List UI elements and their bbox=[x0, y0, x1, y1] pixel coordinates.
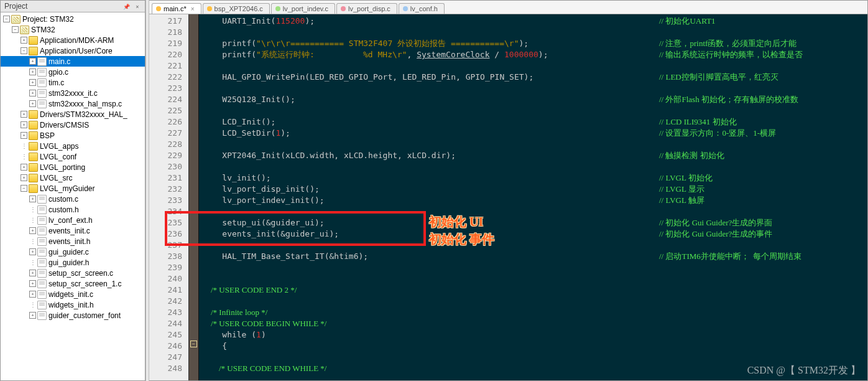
tree-file-guih[interactable]: ⋮gui_guider.h bbox=[1, 257, 145, 268]
tree-file-customh[interactable]: ⋮custom.h bbox=[1, 204, 145, 215]
folder-icon bbox=[29, 131, 38, 140]
tree-file-main[interactable]: +main.c bbox=[1, 56, 145, 67]
tree-group-lvglport[interactable]: +LVGL_porting bbox=[1, 162, 145, 172]
tree-file-widh[interactable]: ⋮widgets_init.h bbox=[1, 299, 145, 310]
folder-icon bbox=[29, 153, 38, 161]
target-icon bbox=[20, 26, 29, 34]
tree-file-gcf[interactable]: +guider_customer_font bbox=[1, 310, 145, 321]
tree-group-hal[interactable]: +Drivers/STM32xxxx_HAL_ bbox=[1, 109, 145, 120]
tree-group-lvglapps[interactable]: ⋮LVGL_apps bbox=[1, 141, 145, 151]
file-icon bbox=[37, 311, 47, 320]
folder-icon bbox=[29, 184, 38, 193]
tree-file-scr1[interactable]: +setup_scr_screen_1.c bbox=[1, 278, 145, 289]
tab-lvconf[interactable]: lv_conf.h bbox=[399, 3, 445, 14]
project-tree[interactable]: −Project: STM32 −STM32 +Application/MDK-… bbox=[1, 12, 145, 380]
file-icon bbox=[37, 205, 47, 214]
tree-file-gpio[interactable]: +gpio.c bbox=[1, 67, 145, 77]
folder-icon bbox=[29, 36, 38, 45]
close-icon[interactable]: × bbox=[134, 3, 141, 11]
tab-dot-icon bbox=[341, 6, 346, 11]
file-icon bbox=[37, 248, 47, 256]
file-icon bbox=[37, 216, 47, 225]
folder-icon bbox=[29, 142, 38, 151]
file-icon bbox=[37, 89, 47, 98]
tab-disp[interactable]: lv_port_disp.c bbox=[336, 3, 397, 14]
file-icon bbox=[37, 227, 47, 235]
tab-dot-icon bbox=[156, 6, 161, 11]
fold-column[interactable]: − bbox=[189, 14, 199, 380]
file-icon bbox=[37, 100, 47, 108]
file-icon bbox=[37, 237, 47, 246]
project-panel: Project 📌 × −Project: STM32 −STM32 +Appl… bbox=[0, 0, 145, 381]
code-editor[interactable]: 2172182192202212222232242252262272282292… bbox=[149, 14, 867, 380]
tree-file-widc[interactable]: +widgets_init.c bbox=[1, 289, 145, 299]
tree-group-myguider[interactable]: −LVGL_myGuider bbox=[1, 183, 145, 194]
pin-icon[interactable]: 📌 bbox=[123, 3, 131, 11]
tree-file-lvconfext[interactable]: ⋮lv_conf_ext.h bbox=[1, 215, 145, 225]
tree-group-cmsis[interactable]: +Drivers/CMSIS bbox=[1, 120, 145, 130]
folder-icon bbox=[29, 110, 38, 119]
tree-target[interactable]: −STM32 bbox=[1, 24, 145, 35]
file-icon bbox=[37, 301, 47, 309]
tab-dot-icon bbox=[403, 6, 408, 11]
file-icon bbox=[37, 269, 47, 278]
project-icon bbox=[11, 15, 21, 24]
tree-file-customc[interactable]: +custom.c bbox=[1, 194, 145, 204]
file-icon bbox=[37, 195, 47, 204]
tree-file-scr[interactable]: +setup_scr_screen.c bbox=[1, 268, 145, 278]
tab-dot-icon bbox=[275, 6, 280, 11]
tree-group-mdk[interactable]: +Application/MDK-ARM bbox=[1, 35, 145, 45]
tab-bspxpt[interactable]: bsp_XPT2046.c bbox=[203, 3, 270, 14]
folder-icon bbox=[29, 47, 38, 55]
file-icon bbox=[37, 280, 47, 288]
file-icon bbox=[37, 78, 47, 87]
tab-indev[interactable]: lv_port_indev.c bbox=[271, 3, 335, 14]
panel-header: Project 📌 × bbox=[1, 1, 145, 12]
file-icon bbox=[37, 57, 47, 66]
tree-file-guic[interactable]: +gui_guider.c bbox=[1, 247, 145, 257]
tab-bar: main.c*× bsp_XPT2046.c lv_port_indev.c l… bbox=[149, 1, 867, 14]
tree-group-usercore[interactable]: −Application/User/Core bbox=[1, 45, 145, 56]
close-icon[interactable]: × bbox=[191, 6, 195, 12]
panel-title: Project bbox=[4, 2, 27, 11]
tree-group-lvglconf[interactable]: ⋮LVGL_conf bbox=[1, 151, 145, 162]
file-icon bbox=[37, 258, 47, 267]
tree-file-tim[interactable]: +tim.c bbox=[1, 77, 145, 88]
tree-group-lvglsrc[interactable]: +LVGL_src bbox=[1, 172, 145, 183]
tab-dot-icon bbox=[207, 6, 212, 11]
tree-file-stmit[interactable]: +stm32xxxx_it.c bbox=[1, 88, 145, 98]
tab-main[interactable]: main.c*× bbox=[152, 3, 201, 14]
file-icon bbox=[37, 68, 47, 77]
tree-file-evinith[interactable]: ⋮events_init.h bbox=[1, 236, 145, 247]
tree-file-stmhal[interactable]: +stm32xxxx_hal_msp.c bbox=[1, 98, 145, 109]
line-gutter: 2172182192202212222232242252262272282292… bbox=[149, 14, 189, 380]
tree-group-bsp[interactable]: +BSP bbox=[1, 130, 145, 141]
editor-area: main.c*× bsp_XPT2046.c lv_port_indev.c l… bbox=[149, 0, 868, 381]
folder-icon bbox=[29, 163, 38, 172]
code-content[interactable]: UART1_Init(115200);// 初始化UART1 printf("\… bbox=[199, 14, 867, 380]
file-icon bbox=[37, 290, 47, 299]
tree-file-evinitc[interactable]: +events_init.c bbox=[1, 225, 145, 236]
folder-icon bbox=[29, 174, 38, 182]
fold-icon[interactable]: − bbox=[190, 341, 197, 347]
folder-icon bbox=[29, 121, 38, 129]
tree-root[interactable]: −Project: STM32 bbox=[1, 14, 145, 24]
